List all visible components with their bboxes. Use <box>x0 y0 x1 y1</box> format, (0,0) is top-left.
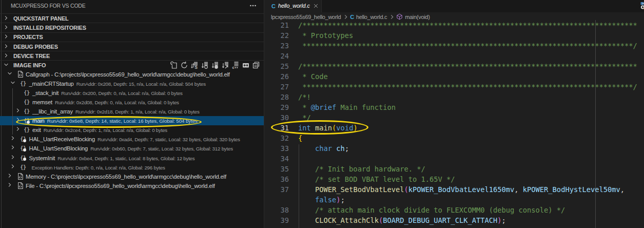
twistie-chevron-right-icon[interactable] <box>15 117 23 125</box>
namespace-icon: {} <box>20 163 28 172</box>
line-number[interactable]: 39 <box>265 215 289 225</box>
namespace-icon: {} <box>24 98 31 106</box>
twistie-chevron-down-icon[interactable] <box>10 80 18 88</box>
line-number[interactable]: 31 <box>265 123 289 133</box>
goto-symbol-icon[interactable] <box>221 61 229 69</box>
sort-size-icon[interactable]: S <box>190 61 199 69</box>
swap-box-icon[interactable] <box>242 61 250 69</box>
twistie-chevron-right-icon[interactable] <box>7 173 15 181</box>
close-brace-glyph: } <box>27 98 30 106</box>
tree-row-exception-handlers[interactable]: {}Exception Handlers: Depth: 0, n/a, Loc… <box>0 163 264 172</box>
breadcrumb-item-hello-world-c[interactable]: Chello_world.c <box>350 14 387 20</box>
line-number[interactable]: 38 <box>265 205 289 215</box>
line-number[interactable]: 29 <box>265 102 289 112</box>
code-token: BOARD_DEBUG_UART_CLK_ATTACH <box>383 216 497 224</box>
twistie-chevron-right-icon[interactable] <box>7 182 15 190</box>
code-token: /* set BOD VBAT level to 1.65V */ <box>298 175 455 183</box>
line-number[interactable]: 34 <box>265 154 289 164</box>
line-number[interactable]: 25 <box>265 61 289 71</box>
code-token: false <box>315 196 336 204</box>
code-token: kPOWER_BodHystLevel50mv <box>523 185 620 194</box>
twistie-chevron-right-icon[interactable] <box>10 135 18 143</box>
tab-hello-world-c[interactable]: C hello_world.c <box>265 0 322 12</box>
twistie-chevron-right-icon[interactable] <box>15 126 23 134</box>
tree-row-systeminit[interactable]: {}SystemInitRunAddr: 0xbe4, Depth: 1, st… <box>0 153 264 162</box>
twistie-chevron-right-icon[interactable] <box>3 43 10 50</box>
editor-actions-partial-icon[interactable] <box>640 2 644 10</box>
copy-list-icon[interactable] <box>252 61 260 69</box>
namespace-icon: {} <box>24 89 31 97</box>
twistie-chevron-right-icon[interactable] <box>3 15 10 22</box>
line-number[interactable]: 30 <box>265 112 289 123</box>
section-header-debug-probes[interactable]: DEBUG PROBES <box>0 42 264 51</box>
code-token <box>298 196 315 204</box>
close-icon[interactable] <box>313 3 319 9</box>
tree-item-description: RunAddr: 0xad4, Depth: 7, static, Local:… <box>97 137 240 142</box>
tree-row-main[interactable]: {}mainRunAddr: 0x6e8, Depth: 14, static,… <box>0 116 264 125</box>
code-token: , <box>514 185 523 194</box>
tree-item-description: RunAddr: 0x2d18, Depth: 1, n/a, Local: n… <box>75 109 200 115</box>
tree-row-exit[interactable]: {}exitRunAddr: 0x2ce4, Depth: 1, n/a, Lo… <box>0 125 264 135</box>
twistie-chevron-right-icon[interactable] <box>3 24 10 31</box>
breadcrumb-item-main-void[interactable]: main(void) <box>396 13 430 20</box>
twistie-chevron-down-icon[interactable] <box>7 70 15 79</box>
tree-row-file-c-projects-lpcxpresso55s69-hello-world-armgcc-debug-hello-world-elf[interactable]: File - C:\projects\lpcxpresso55s69_hello… <box>0 181 264 191</box>
line-number[interactable]: 33 <box>265 143 289 154</box>
section-header-projects[interactable]: PROJECTS <box>0 32 264 42</box>
code-area[interactable]: 21/*************************************… <box>265 20 644 228</box>
tree-row-maincrtstartup[interactable]: {}_mainCRTStartupRunAddr: 0x208, Depth: … <box>0 79 264 88</box>
tree-row-libc-init-array[interactable]: {}__libc_init_arrayRunAddr: 0x2d18, Dept… <box>0 107 264 116</box>
twistie-chevron-right-icon[interactable] <box>3 52 10 60</box>
show-circle-outline-icon[interactable] <box>201 61 209 69</box>
line-number[interactable]: 37 <box>265 184 289 195</box>
line-number[interactable]: 22 <box>265 30 289 41</box>
code-text: ****************************************… <box>298 41 637 51</box>
more-actions-icon[interactable] <box>249 2 257 10</box>
export-report-icon[interactable] <box>170 61 178 69</box>
code-token: @brief <box>311 103 337 111</box>
code-line-30: 30 */ <box>265 112 644 123</box>
filter-cpp-icon[interactable]: c <box>231 61 240 69</box>
section-header-image-info[interactable]: IMAGE INFOSc <box>0 60 264 69</box>
tree-item-label: File - C:\projects\lpcxpresso55s69_hello… <box>26 183 218 189</box>
code-text: * @brief Main function <box>298 102 396 112</box>
twistie-chevron-down-icon[interactable] <box>3 62 10 69</box>
file-code-icon <box>16 173 24 181</box>
line-number[interactable]: 21 <box>265 20 289 30</box>
close-brace-glyph: } <box>27 126 30 134</box>
code-token: ) <box>353 124 357 132</box>
line-number[interactable]: 28 <box>265 92 289 102</box>
line-number[interactable]: 35 <box>265 164 289 174</box>
line-number[interactable]: 26 <box>265 71 289 82</box>
line-number[interactable]: 32 <box>265 133 289 143</box>
tree-row-hal-uartreceiveblocking[interactable]: {}HAL_UartReceiveBlockingRunAddr: 0xad4,… <box>0 135 264 144</box>
tree-item-label: memsetRunAddr: 0x2d08, Depth: 0, n/a, Lo… <box>32 99 179 105</box>
tree-row-memset[interactable]: {}memsetRunAddr: 0x2d08, Depth: 0, n/a, … <box>0 98 264 107</box>
code-token: ) <box>336 196 340 204</box>
show-circle-filled-icon[interactable] <box>211 61 219 69</box>
section-header-quickstart-panel[interactable]: QUICKSTART PANEL <box>0 13 264 23</box>
twistie-chevron-right-icon[interactable] <box>10 144 18 153</box>
twistie-chevron-right-icon[interactable] <box>10 154 18 162</box>
code-token: /* Init board hardware. */ <box>298 165 425 173</box>
refresh-icon[interactable] <box>180 61 188 69</box>
tree-row-memory-c-projects-lpcxpresso55s69-hello-world-armgcc-debug-hello-world-elf[interactable]: Memory - C:\projects\lpcxpresso55s69_hel… <box>0 172 264 181</box>
twistie-chevron-right-icon[interactable] <box>15 107 23 116</box>
line-number[interactable]: 23 <box>265 41 289 51</box>
line-number[interactable]: 36 <box>265 174 289 184</box>
section-header-device-tree[interactable]: DEVICE TREE <box>0 51 264 60</box>
section-label: DEBUG PROBES <box>13 44 58 50</box>
twistie-chevron-right-icon[interactable] <box>10 163 18 172</box>
tree-row-stack-init[interactable]: {}_stack_initRunAddr: 0x200, Depth: 0, n… <box>0 88 264 98</box>
tree-row-callgraph-c-projects-lpcxpresso55s69-hello-world-armgcc-debug-hello-world-elf[interactable]: Callgraph - C:\projects\lpcxpresso55s69_… <box>0 70 264 79</box>
twistie-chevron-right-icon[interactable] <box>3 33 10 41</box>
code-text: /*! <box>298 92 311 102</box>
file-code-icon <box>16 70 24 79</box>
tree-item-label: _mainCRTStartupRunAddr: 0x208, Depth: 15… <box>29 81 206 87</box>
code-token: ; <box>502 216 506 224</box>
breadcrumb-item-lpcxpresso55s69-hello-world[interactable]: lpcxpresso55s69_hello_world <box>271 14 341 20</box>
tree-row-hal-uartsendblocking[interactable]: {}HAL_UartSendBlockingRunAddr: 0xb60, De… <box>0 144 264 153</box>
line-number[interactable]: 24 <box>265 51 289 61</box>
section-header-installed-repositories[interactable]: INSTALLED REPOSITORIES <box>0 23 264 32</box>
line-number[interactable]: 27 <box>265 82 289 92</box>
